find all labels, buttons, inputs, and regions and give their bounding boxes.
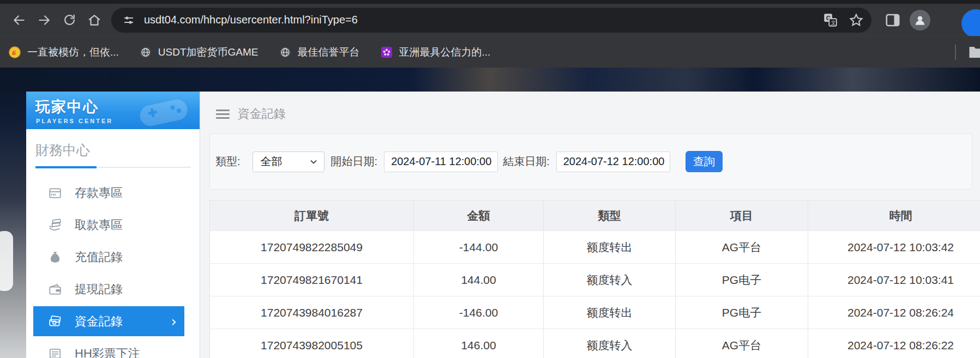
- browser-toolbar: usdt04.com/hhcp/usercenter.html?iniType=…: [0, 4, 980, 36]
- table-header-cell: 類型: [543, 201, 675, 230]
- back-arrow-icon: [12, 13, 26, 27]
- window-top-strip: [0, 0, 980, 4]
- table-header-row: 訂單號金額類型項目時間: [210, 201, 980, 230]
- svg-text:文: 文: [831, 20, 836, 26]
- sidebar-section-title: 財務中心: [26, 129, 200, 167]
- table-cell: PG电子: [675, 264, 808, 296]
- type-select[interactable]: 全部: [252, 151, 324, 172]
- table-row: 1720749822285049-144.00额度转出AG平台2024-07-1…: [210, 230, 980, 263]
- table-cell: 2024-07-12 08:26:24: [808, 296, 980, 329]
- sidebar-item-withdrawal-records[interactable]: 提現記錄: [26, 273, 200, 305]
- sidebar-item-label: 提現記錄: [75, 281, 123, 298]
- other-bookmarks-folder-icon[interactable]: [968, 45, 980, 59]
- home-icon: [87, 13, 101, 27]
- translate-icon[interactable]: G 文: [823, 13, 838, 27]
- table-cell: -144.00: [413, 231, 543, 263]
- search-button[interactable]: 查詢: [686, 151, 723, 172]
- funds-records-table: 訂單號金額類型項目時間 1720749822285049-144.00额度转出A…: [209, 200, 980, 358]
- sidebar-item-withdraw-zone[interactable]: 取款專區: [26, 209, 200, 241]
- table-header-cell: 金額: [413, 201, 543, 230]
- table-body: 1720749822285049-144.00额度转出AG平台2024-07-1…: [210, 230, 980, 358]
- sidebar-header: 玩家中心 PLAYERS CENTER: [26, 92, 200, 129]
- bookmark-item[interactable]: 6一直被模仿，但依...: [9, 45, 119, 59]
- banner-image: [0, 68, 980, 92]
- bookmark-star-icon[interactable]: [849, 13, 864, 28]
- reload-button[interactable]: [57, 8, 82, 33]
- type-label: 類型:: [215, 154, 241, 169]
- player-center-sidebar: 玩家中心 PLAYERS CENTER 財務中心 存款專區取款專區¥充值記錄提現…: [26, 92, 200, 358]
- table-cell: 额度转入: [543, 264, 675, 296]
- bookmark-label: 最佳信誉平台: [298, 45, 360, 59]
- sidebar-item-funds-records[interactable]: 資金記錄›: [33, 306, 184, 336]
- filter-panel: 類型: 全部 開始日期: 結束日期: 查詢: [209, 134, 972, 190]
- sidebar-item-label: 資金記錄: [75, 313, 123, 330]
- wallet-icon: [48, 282, 62, 296]
- sidebar-item-deposit-zone[interactable]: 存款專區: [26, 177, 200, 209]
- person-icon: [913, 13, 927, 27]
- table-row: 1720743984016287-146.00额度转出PG电子2024-07-1…: [210, 296, 980, 329]
- sidebar-item-label: 存款專區: [75, 185, 123, 201]
- table-cell: AG平台: [675, 231, 808, 263]
- main-content: 資金記錄 類型: 全部 開始日期: 結束日期: 查詢 訂單號金額類型項目時間 1…: [200, 92, 980, 358]
- bookmark-item[interactable]: 亚洲最具公信力的...: [381, 45, 491, 59]
- account-badge[interactable]: [961, 9, 980, 38]
- end-date-label: 結束日期:: [503, 154, 550, 169]
- withdraw-hand-icon: [48, 218, 62, 232]
- table-cell: 额度转出: [543, 231, 675, 263]
- money-bag-icon: ¥: [48, 250, 62, 264]
- address-bar[interactable]: usdt04.com/hhcp/usercenter.html?iniType=…: [111, 8, 871, 33]
- bookmarks-bar: 6一直被模仿，但依...USDT加密货币GAME最佳信誉平台亚洲最具公信力的..…: [0, 36, 980, 68]
- start-date-input[interactable]: [384, 151, 498, 172]
- table-cell: AG平台: [675, 329, 808, 358]
- table-cell: 1720743982005105: [210, 329, 413, 358]
- hamburger-icon: [216, 110, 230, 119]
- bookmark-label: 亚洲最具公信力的...: [399, 45, 491, 59]
- gold-coin-favicon: 6: [9, 46, 21, 58]
- table-cell: PG电子: [675, 296, 808, 329]
- home-button[interactable]: [82, 8, 107, 33]
- section-underline: [35, 167, 191, 168]
- sidebar-item-label: HH彩票下注: [75, 345, 140, 358]
- globe-favicon: [140, 46, 152, 58]
- table-cell: 2024-07-12 10:03:42: [808, 231, 980, 263]
- bookmark-label: 一直被模仿，但依...: [27, 45, 119, 59]
- end-date-input[interactable]: [556, 151, 670, 172]
- table-cell: -146.00: [413, 296, 543, 329]
- forward-button[interactable]: [32, 8, 57, 33]
- sidebar-item-recharge-records[interactable]: ¥充值記錄: [26, 241, 200, 273]
- sidebar-item-hh-lottery-bets[interactable]: HH彩票下注: [26, 337, 200, 358]
- bookmark-item[interactable]: USDT加密货币GAME: [140, 45, 258, 59]
- web-page: 玩家中心 PLAYERS CENTER 財務中心 存款專區取款專區¥充值記錄提現…: [0, 68, 980, 358]
- sidebar-item-label: 充值記錄: [75, 249, 123, 265]
- back-button[interactable]: [7, 8, 32, 33]
- reload-icon: [63, 13, 76, 27]
- page-title-row: 資金記錄: [216, 106, 980, 122]
- bookmark-item[interactable]: 最佳信誉平台: [279, 45, 360, 59]
- forward-arrow-icon: [37, 13, 51, 27]
- table-cell: 额度转出: [543, 296, 675, 329]
- svg-text:6: 6: [12, 48, 16, 57]
- bookmarks-divider: [955, 45, 956, 60]
- banknotes-icon: [48, 314, 62, 329]
- table-row: 1720743982005105146.00额度转入AG平台2024-07-12…: [210, 329, 980, 358]
- svg-text:¥: ¥: [53, 255, 56, 261]
- profile-button[interactable]: [910, 10, 930, 31]
- type-select-value: 全部: [261, 154, 282, 169]
- sidebar-item-label: 取款專區: [75, 217, 123, 233]
- url-text[interactable]: usdt04.com/hhcp/usercenter.html?iniType=…: [144, 14, 358, 26]
- side-panel-button[interactable]: [885, 12, 901, 28]
- background-photo-highlight: [0, 231, 13, 291]
- page-title: 資金記錄: [238, 106, 286, 122]
- purple-flower-favicon: [381, 46, 393, 58]
- table-cell: 2024-07-12 10:03:41: [808, 264, 980, 296]
- table-header-cell: 時間: [808, 201, 980, 230]
- table-cell: 1720749822285049: [210, 231, 413, 263]
- site-info-tune-icon[interactable]: [122, 14, 135, 27]
- list-icon: [48, 347, 62, 358]
- globe-favicon: [279, 46, 291, 58]
- table-cell: 2024-07-12 08:26:22: [808, 329, 980, 358]
- table-cell: 146.00: [413, 329, 543, 358]
- table-header-cell: 項目: [675, 201, 808, 230]
- table-cell: 144.00: [413, 264, 543, 296]
- deposit-card-icon: [48, 186, 62, 200]
